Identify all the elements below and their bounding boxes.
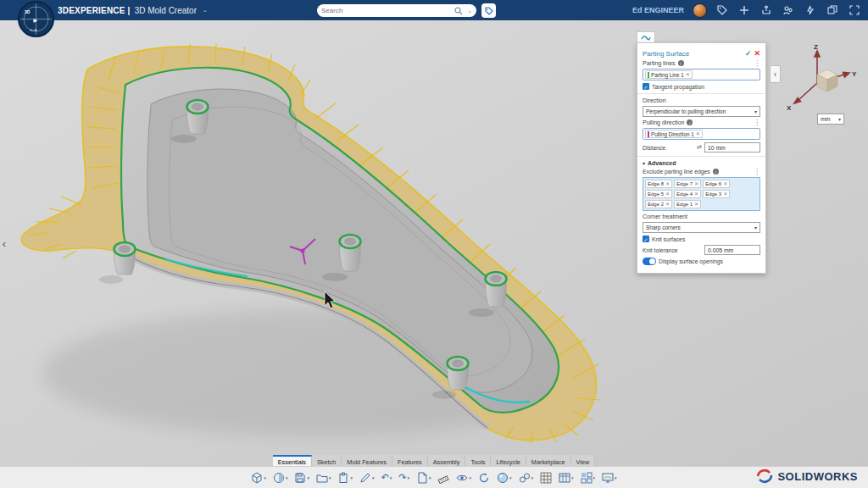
widgets-button[interactable] [826,3,839,17]
redo-button[interactable]: ↷▾ [397,469,411,486]
tab-view[interactable]: View [571,455,596,466]
tag-navigator-button[interactable] [715,3,729,17]
direction-label: Direction [643,97,666,103]
collaboration-button[interactable] [782,3,795,17]
info-icon: i [687,119,693,125]
pulling-direction-label: Pulling direction [643,119,684,125]
distance-input[interactable]: 10 mm [704,142,760,152]
undo-button[interactable]: ↶▾ [380,469,394,486]
remove-chip-button[interactable]: ✕ [694,202,698,207]
edge-chip[interactable]: Edge 8✕ [645,180,672,188]
knit-surfaces-label: Knit surfaces [652,236,685,242]
corner-treatment-label: Corner treatment [643,214,687,219]
left-panel-expander[interactable]: ‹ [0,234,8,252]
display-style-button[interactable]: ▾ [249,469,268,486]
remove-chip-button[interactable]: ✕ [723,191,727,197]
views-button[interactable]: ▾ [579,469,598,486]
excluded-edges-box[interactable]: Edge 8✕ Edge 7✕ Edge 6✕ Edge 5✕ Edge 4✕ … [643,177,760,211]
app-switcher-caret-icon[interactable]: ⌄ [203,7,208,14]
chip-label: Edge 7 [676,181,693,186]
units-select[interactable]: mm ▾ [817,114,844,125]
search-options-caret-icon[interactable]: ⌄ [467,8,472,14]
user-avatar[interactable] [693,3,707,18]
export-button[interactable]: ▾ [415,469,433,486]
edge-chip[interactable]: Edge 5✕ [645,190,672,198]
parting-lines-input[interactable]: Parting Line 1 ✕ [643,69,760,80]
sketch-button[interactable]: ▾ [358,469,376,486]
measure-button[interactable] [436,469,451,486]
remove-chip-button[interactable]: ✕ [686,72,690,77]
knit-surfaces-checkbox[interactable]: ✓ [643,236,649,242]
mate-button[interactable]: ▾ [517,469,536,486]
exclude-edges-label: Exclude parting line edges [643,169,710,175]
tab-tools[interactable]: Tools [465,455,491,466]
triad-cube[interactable] [817,69,837,92]
remove-chip-button[interactable]: ✕ [694,191,698,197]
tag-search-button[interactable] [481,3,496,18]
remove-chip-button[interactable]: ✕ [665,202,670,207]
edge-chip[interactable]: Edge 7✕ [674,180,701,188]
paste-button[interactable]: ▾ [336,469,354,486]
3dexperience-compass[interactable]: 3D V+R ▶ [17,0,55,38]
remove-chip-button[interactable]: ✕ [694,181,698,186]
compass-play-icon[interactable]: ▶ [34,18,38,23]
refresh-button[interactable] [476,469,492,486]
measure-icon [437,472,449,484]
tab-lifecycle[interactable]: Lifecycle [491,455,526,466]
appearance-button[interactable]: ▾ [495,469,514,486]
section-view-button[interactable]: ▾ [271,469,290,486]
global-search[interactable]: ⌄ [317,4,476,17]
parting-surface-panel-tab[interactable] [637,31,655,43]
remove-chip-button[interactable]: ✕ [665,181,670,186]
remove-chip-button[interactable]: ✕ [696,131,700,136]
display-surface-openings-toggle[interactable] [643,258,656,265]
assistant-button[interactable] [804,3,817,17]
direction-select[interactable]: Perpendicular to pulling direction ▾ [643,106,760,117]
cancel-button[interactable]: ✕ [754,49,760,58]
app-switcher[interactable]: 3D Mold Creator [135,6,197,15]
fullscreen-button[interactable] [848,3,861,17]
table-button[interactable]: ▾ [557,469,576,486]
visibility-button[interactable]: ▾ [454,469,473,486]
display-style-icon [251,472,263,484]
pulling-direction-menu-button[interactable]: ⋮ [754,120,760,125]
tab-essentials[interactable]: Essentials [273,455,312,466]
advanced-expander-icon[interactable]: ▾ [643,160,645,166]
remove-chip-button[interactable]: ✕ [723,181,727,186]
render-button[interactable]: ▾ [600,469,619,486]
add-content-button[interactable] [737,3,751,17]
edge-chip[interactable]: Edge 3✕ [703,190,730,198]
pulling-direction-chip[interactable]: Pulling Direction 1 ✕ [645,130,703,138]
panel-collapse-button[interactable]: ‹ [770,65,781,83]
edge-chip[interactable]: Edge 6✕ [703,180,730,188]
parting-lines-menu-button[interactable]: ⋮ [754,61,760,66]
search-input[interactable] [321,7,452,14]
save-button[interactable]: ▾ [292,469,311,486]
apply-button[interactable]: ✓ [745,49,752,58]
tangent-propagation-checkbox[interactable]: ✓ [643,83,649,90]
remove-chip-button[interactable]: ✕ [665,191,670,197]
tab-mold-features[interactable]: Mold Features [342,455,392,466]
pulling-direction-input[interactable]: Pulling Direction 1 ✕ [643,128,760,140]
edge-chip[interactable]: Edge 2✕ [645,200,672,208]
exclude-edges-menu-button[interactable]: ⋮ [754,169,760,175]
knit-tolerance-input[interactable]: 0.005 mm [704,245,760,255]
search-icon[interactable] [454,7,463,15]
tab-marketplace[interactable]: Marketplace [526,455,571,466]
corner-treatment-select[interactable]: Sharp corners ▾ [643,222,760,233]
tab-features[interactable]: Features [392,455,428,466]
grid-button[interactable] [538,469,554,486]
view-orientation-triad[interactable]: Z Y X [782,41,860,115]
edge-chip[interactable]: Edge 4✕ [674,190,701,198]
open-button[interactable]: ▾ [314,469,333,486]
tab-assembly[interactable]: Assembly [428,455,466,466]
chip-label: Edge 8 [648,181,664,186]
advanced-label[interactable]: Advanced [648,160,676,166]
refresh-icon [478,472,490,484]
share-button[interactable] [760,3,773,17]
tab-sketch[interactable]: Sketch [312,455,342,466]
formula-icon[interactable]: ⇄ [697,144,702,151]
user-name[interactable]: Ed ENGINEER [632,6,684,14]
edge-chip[interactable]: Edge 1✕ [674,200,701,208]
parting-line-chip[interactable]: Parting Line 1 ✕ [645,70,693,79]
